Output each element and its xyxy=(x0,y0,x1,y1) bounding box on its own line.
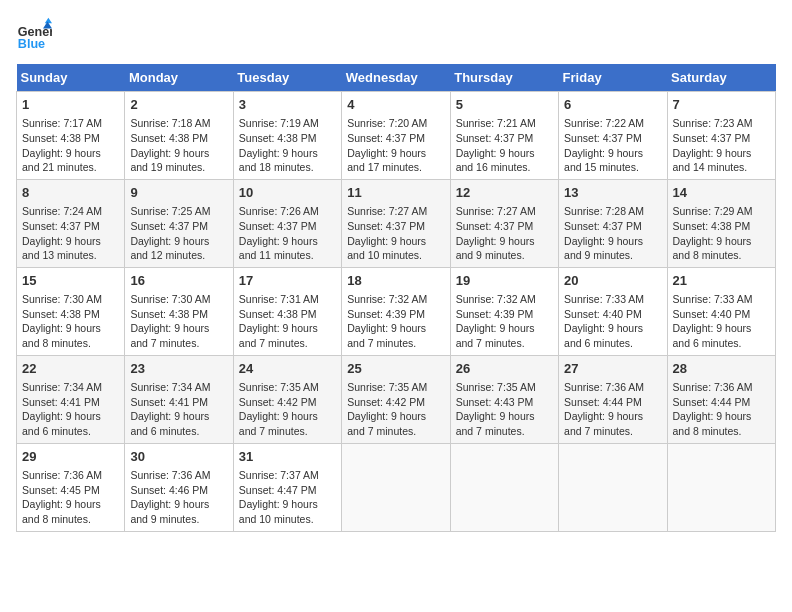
day-info: Sunrise: 7:24 AM Sunset: 4:37 PM Dayligh… xyxy=(22,204,119,263)
day-number: 2 xyxy=(130,96,227,114)
day-number: 16 xyxy=(130,272,227,290)
calendar-cell xyxy=(559,443,667,531)
day-number: 12 xyxy=(456,184,553,202)
day-number: 3 xyxy=(239,96,336,114)
day-info: Sunrise: 7:17 AM Sunset: 4:38 PM Dayligh… xyxy=(22,116,119,175)
calendar-cell: 24 Sunrise: 7:35 AM Sunset: 4:42 PM Dayl… xyxy=(233,355,341,443)
calendar-cell: 23 Sunrise: 7:34 AM Sunset: 4:41 PM Dayl… xyxy=(125,355,233,443)
day-number: 21 xyxy=(673,272,770,290)
calendar-cell: 19 Sunrise: 7:32 AM Sunset: 4:39 PM Dayl… xyxy=(450,267,558,355)
page-header: General Blue xyxy=(16,16,776,52)
day-info: Sunrise: 7:26 AM Sunset: 4:37 PM Dayligh… xyxy=(239,204,336,263)
day-number: 6 xyxy=(564,96,661,114)
calendar-cell: 6 Sunrise: 7:22 AM Sunset: 4:37 PM Dayli… xyxy=(559,92,667,180)
day-info: Sunrise: 7:35 AM Sunset: 4:42 PM Dayligh… xyxy=(239,380,336,439)
calendar-cell: 31 Sunrise: 7:37 AM Sunset: 4:47 PM Dayl… xyxy=(233,443,341,531)
calendar-cell: 7 Sunrise: 7:23 AM Sunset: 4:37 PM Dayli… xyxy=(667,92,775,180)
calendar-cell: 13 Sunrise: 7:28 AM Sunset: 4:37 PM Dayl… xyxy=(559,179,667,267)
calendar-cell: 11 Sunrise: 7:27 AM Sunset: 4:37 PM Dayl… xyxy=(342,179,450,267)
calendar-header-row: SundayMondayTuesdayWednesdayThursdayFrid… xyxy=(17,64,776,92)
day-number: 8 xyxy=(22,184,119,202)
calendar-cell: 28 Sunrise: 7:36 AM Sunset: 4:44 PM Dayl… xyxy=(667,355,775,443)
calendar-header-monday: Monday xyxy=(125,64,233,92)
day-info: Sunrise: 7:27 AM Sunset: 4:37 PM Dayligh… xyxy=(347,204,444,263)
calendar-header-tuesday: Tuesday xyxy=(233,64,341,92)
calendar-cell: 20 Sunrise: 7:33 AM Sunset: 4:40 PM Dayl… xyxy=(559,267,667,355)
calendar-cell: 5 Sunrise: 7:21 AM Sunset: 4:37 PM Dayli… xyxy=(450,92,558,180)
day-number: 25 xyxy=(347,360,444,378)
day-number: 23 xyxy=(130,360,227,378)
calendar-week-3: 15 Sunrise: 7:30 AM Sunset: 4:38 PM Dayl… xyxy=(17,267,776,355)
calendar-cell: 26 Sunrise: 7:35 AM Sunset: 4:43 PM Dayl… xyxy=(450,355,558,443)
day-info: Sunrise: 7:35 AM Sunset: 4:42 PM Dayligh… xyxy=(347,380,444,439)
calendar-cell: 18 Sunrise: 7:32 AM Sunset: 4:39 PM Dayl… xyxy=(342,267,450,355)
calendar-cell: 14 Sunrise: 7:29 AM Sunset: 4:38 PM Dayl… xyxy=(667,179,775,267)
day-info: Sunrise: 7:36 AM Sunset: 4:44 PM Dayligh… xyxy=(673,380,770,439)
calendar-cell: 29 Sunrise: 7:36 AM Sunset: 4:45 PM Dayl… xyxy=(17,443,125,531)
day-info: Sunrise: 7:34 AM Sunset: 4:41 PM Dayligh… xyxy=(22,380,119,439)
day-number: 31 xyxy=(239,448,336,466)
calendar-header-thursday: Thursday xyxy=(450,64,558,92)
day-number: 30 xyxy=(130,448,227,466)
calendar-cell: 4 Sunrise: 7:20 AM Sunset: 4:37 PM Dayli… xyxy=(342,92,450,180)
calendar-cell: 15 Sunrise: 7:30 AM Sunset: 4:38 PM Dayl… xyxy=(17,267,125,355)
calendar-week-5: 29 Sunrise: 7:36 AM Sunset: 4:45 PM Dayl… xyxy=(17,443,776,531)
calendar-header-friday: Friday xyxy=(559,64,667,92)
day-number: 26 xyxy=(456,360,553,378)
calendar-header-saturday: Saturday xyxy=(667,64,775,92)
calendar-cell: 9 Sunrise: 7:25 AM Sunset: 4:37 PM Dayli… xyxy=(125,179,233,267)
day-number: 15 xyxy=(22,272,119,290)
day-info: Sunrise: 7:31 AM Sunset: 4:38 PM Dayligh… xyxy=(239,292,336,351)
day-info: Sunrise: 7:30 AM Sunset: 4:38 PM Dayligh… xyxy=(22,292,119,351)
day-number: 19 xyxy=(456,272,553,290)
calendar-cell: 2 Sunrise: 7:18 AM Sunset: 4:38 PM Dayli… xyxy=(125,92,233,180)
calendar-cell: 1 Sunrise: 7:17 AM Sunset: 4:38 PM Dayli… xyxy=(17,92,125,180)
day-number: 5 xyxy=(456,96,553,114)
calendar-cell: 30 Sunrise: 7:36 AM Sunset: 4:46 PM Dayl… xyxy=(125,443,233,531)
day-info: Sunrise: 7:23 AM Sunset: 4:37 PM Dayligh… xyxy=(673,116,770,175)
logo-icon: General Blue xyxy=(16,16,52,52)
calendar-week-2: 8 Sunrise: 7:24 AM Sunset: 4:37 PM Dayli… xyxy=(17,179,776,267)
calendar-cell xyxy=(667,443,775,531)
day-number: 24 xyxy=(239,360,336,378)
day-number: 20 xyxy=(564,272,661,290)
day-info: Sunrise: 7:36 AM Sunset: 4:46 PM Dayligh… xyxy=(130,468,227,527)
day-info: Sunrise: 7:30 AM Sunset: 4:38 PM Dayligh… xyxy=(130,292,227,351)
calendar-cell: 3 Sunrise: 7:19 AM Sunset: 4:38 PM Dayli… xyxy=(233,92,341,180)
day-number: 22 xyxy=(22,360,119,378)
day-info: Sunrise: 7:35 AM Sunset: 4:43 PM Dayligh… xyxy=(456,380,553,439)
calendar-cell: 25 Sunrise: 7:35 AM Sunset: 4:42 PM Dayl… xyxy=(342,355,450,443)
day-info: Sunrise: 7:34 AM Sunset: 4:41 PM Dayligh… xyxy=(130,380,227,439)
calendar-cell xyxy=(450,443,558,531)
day-info: Sunrise: 7:27 AM Sunset: 4:37 PM Dayligh… xyxy=(456,204,553,263)
calendar-cell: 12 Sunrise: 7:27 AM Sunset: 4:37 PM Dayl… xyxy=(450,179,558,267)
calendar-header-sunday: Sunday xyxy=(17,64,125,92)
day-number: 7 xyxy=(673,96,770,114)
day-info: Sunrise: 7:22 AM Sunset: 4:37 PM Dayligh… xyxy=(564,116,661,175)
day-number: 13 xyxy=(564,184,661,202)
day-number: 29 xyxy=(22,448,119,466)
calendar-cell: 16 Sunrise: 7:30 AM Sunset: 4:38 PM Dayl… xyxy=(125,267,233,355)
day-info: Sunrise: 7:29 AM Sunset: 4:38 PM Dayligh… xyxy=(673,204,770,263)
calendar-week-1: 1 Sunrise: 7:17 AM Sunset: 4:38 PM Dayli… xyxy=(17,92,776,180)
calendar-cell: 17 Sunrise: 7:31 AM Sunset: 4:38 PM Dayl… xyxy=(233,267,341,355)
day-number: 10 xyxy=(239,184,336,202)
svg-marker-2 xyxy=(45,18,52,23)
day-number: 4 xyxy=(347,96,444,114)
day-info: Sunrise: 7:32 AM Sunset: 4:39 PM Dayligh… xyxy=(347,292,444,351)
day-number: 14 xyxy=(673,184,770,202)
day-info: Sunrise: 7:36 AM Sunset: 4:44 PM Dayligh… xyxy=(564,380,661,439)
day-info: Sunrise: 7:33 AM Sunset: 4:40 PM Dayligh… xyxy=(564,292,661,351)
day-number: 17 xyxy=(239,272,336,290)
day-info: Sunrise: 7:32 AM Sunset: 4:39 PM Dayligh… xyxy=(456,292,553,351)
day-info: Sunrise: 7:28 AM Sunset: 4:37 PM Dayligh… xyxy=(564,204,661,263)
svg-text:Blue: Blue xyxy=(18,37,45,51)
calendar-table: SundayMondayTuesdayWednesdayThursdayFrid… xyxy=(16,64,776,532)
day-info: Sunrise: 7:18 AM Sunset: 4:38 PM Dayligh… xyxy=(130,116,227,175)
day-info: Sunrise: 7:37 AM Sunset: 4:47 PM Dayligh… xyxy=(239,468,336,527)
calendar-cell: 8 Sunrise: 7:24 AM Sunset: 4:37 PM Dayli… xyxy=(17,179,125,267)
day-info: Sunrise: 7:36 AM Sunset: 4:45 PM Dayligh… xyxy=(22,468,119,527)
calendar-header-wednesday: Wednesday xyxy=(342,64,450,92)
day-info: Sunrise: 7:21 AM Sunset: 4:37 PM Dayligh… xyxy=(456,116,553,175)
day-info: Sunrise: 7:33 AM Sunset: 4:40 PM Dayligh… xyxy=(673,292,770,351)
